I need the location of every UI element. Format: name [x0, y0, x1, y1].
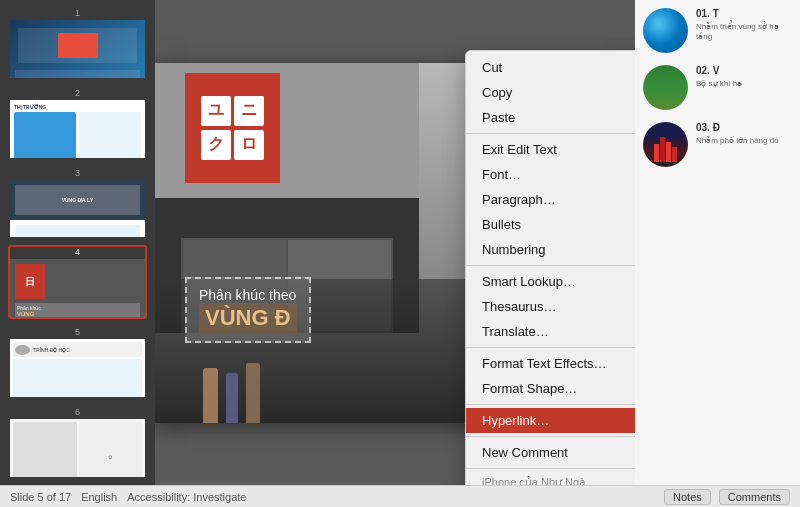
right-item-title-1: 01. T: [696, 8, 792, 19]
right-item-1: 01. T Nhằm triển vùng sở hạ tầng: [643, 8, 792, 53]
menu-sep-3: [466, 347, 635, 348]
slide-thumb-inner-1: [10, 20, 145, 80]
accessibility-status: Accessibility: Investigate: [127, 491, 246, 503]
slide-thumb-6[interactable]: 6 ⚙: [8, 405, 147, 479]
menu-item-paragraph[interactable]: Paragraph… ⌥⌘M: [466, 187, 635, 212]
language-status: English: [81, 491, 117, 503]
menu-section-iphone: iPhone của Như Ngà: [466, 472, 635, 485]
slide-num-1: 1: [10, 8, 145, 18]
main-slide-area: ユ ニ ク ロ: [155, 0, 635, 485]
menu-item-translate-label: Translate…: [482, 324, 635, 339]
right-item-3: 03. Đ Nhằm phố lớn hàng đó: [643, 122, 792, 167]
notes-button[interactable]: Notes: [664, 489, 711, 505]
menu-item-paste-label: Paste: [482, 110, 630, 125]
menu-item-numbering-label: Numbering: [482, 242, 635, 257]
slide-count: Slide 5 of 17: [10, 491, 71, 503]
status-right: Notes Comments: [664, 489, 790, 505]
status-left: Slide 5 of 17 English Accessibility: Inv…: [10, 491, 652, 503]
menu-item-new-comment[interactable]: New Comment ⇧⌘M: [466, 440, 635, 465]
menu-item-paragraph-label: Paragraph…: [482, 192, 615, 207]
menu-item-numbering[interactable]: Numbering ›: [466, 237, 635, 262]
menu-item-format-text[interactable]: Format Text Effects…: [466, 351, 635, 376]
menu-item-font[interactable]: Font… ⌘T: [466, 162, 635, 187]
slide-thumb-4[interactable]: 4 日 Phân khúc VÙNG: [8, 245, 147, 319]
menu-item-format-shape[interactable]: Format Shape… ⌘1: [466, 376, 635, 401]
comments-button[interactable]: Comments: [719, 489, 790, 505]
menu-sep-4: [466, 404, 635, 405]
context-menu: Cut ⌘X Copy ⌘C Paste ⌘V Exit Edit Text F…: [465, 50, 635, 485]
right-item-text-3: 03. Đ Nhằm phố lớn hàng đó: [696, 122, 792, 146]
menu-item-new-comment-label: New Comment: [482, 445, 619, 460]
right-item-2: 02. V Bộ sự khí hạ: [643, 65, 792, 110]
menu-item-exit-edit-label: Exit Edit Text: [482, 142, 635, 157]
menu-item-format-shape-label: Format Shape…: [482, 381, 631, 396]
slide-text-box[interactable]: Phân khúc theo VÙNG Đ: [185, 277, 311, 343]
menu-item-cut-label: Cut: [482, 60, 630, 75]
menu-item-thesaurus-label: Thesaurus…: [482, 299, 624, 314]
right-item-title-2: 02. V: [696, 65, 792, 76]
menu-item-copy[interactable]: Copy ⌘C: [466, 80, 635, 105]
right-item-img-3: [643, 122, 688, 167]
menu-sep-2: [466, 265, 635, 266]
slide-thumb-inner-6: ⚙: [10, 419, 145, 479]
menu-item-exit-edit[interactable]: Exit Edit Text: [466, 137, 635, 162]
menu-item-hyperlink[interactable]: Hyperlink… ⌘K: [466, 408, 635, 433]
menu-item-bullets[interactable]: Bullets ›: [466, 212, 635, 237]
slide-thumb-3[interactable]: 3 VÙNG ĐỊA LÝ: [8, 166, 147, 240]
slide-text-main: Phân khúc theo: [199, 287, 297, 303]
globe-image: [643, 8, 688, 53]
slide-num-2: 2: [10, 88, 145, 98]
menu-item-translate[interactable]: Translate…: [466, 319, 635, 344]
slide-num-3: 3: [10, 168, 145, 178]
right-item-text-1: 01. T Nhằm triển vùng sở hạ tầng: [696, 8, 792, 43]
slide-thumb-inner-3: VÙNG ĐỊA LÝ: [10, 180, 145, 240]
right-panel: 01. T Nhằm triển vùng sở hạ tầng 02. V B…: [635, 0, 800, 485]
menu-item-font-label: Font…: [482, 167, 630, 182]
slide-thumb-inner-5: TRÌNH ĐỘ HỌC: [10, 339, 145, 399]
slide-panel: 1 2 THỊ TRƯỜNG: [0, 0, 155, 485]
slide-thumb-2[interactable]: 2 THỊ TRƯỜNG: [8, 86, 147, 160]
slide-num-6: 6: [10, 407, 145, 417]
slide-thumb-inner-4: 日 Phân khúc VÙNG: [10, 259, 145, 319]
right-item-img-2: [643, 65, 688, 110]
slide-thumb-1[interactable]: 1: [8, 6, 147, 80]
menu-item-thesaurus[interactable]: Thesaurus… ^⌘R: [466, 294, 635, 319]
menu-sep-6: [466, 468, 635, 469]
menu-item-bullets-label: Bullets: [482, 217, 635, 232]
right-item-desc-2: Bộ sự khí hạ: [696, 79, 792, 89]
right-item-desc-1: Nhằm triển vùng sở hạ tầng: [696, 22, 792, 43]
menu-item-cut[interactable]: Cut ⌘X: [466, 55, 635, 80]
menu-item-copy-label: Copy: [482, 85, 629, 100]
slide-thumb-inner-2: THỊ TRƯỜNG: [10, 100, 145, 160]
right-item-text-2: 02. V Bộ sự khí hạ: [696, 65, 792, 89]
app-container: 1 2 THỊ TRƯỜNG: [0, 0, 800, 485]
slide-text-sub: VÙNG Đ: [199, 303, 297, 333]
slide-num-5: 5: [10, 327, 145, 337]
menu-item-format-text-label: Format Text Effects…: [482, 356, 635, 371]
menu-item-hyperlink-label: Hyperlink…: [482, 413, 630, 428]
city-image: [643, 122, 688, 167]
right-item-img-1: [643, 8, 688, 53]
slide-num-4: 4: [10, 247, 145, 257]
status-bar: Slide 5 of 17 English Accessibility: Inv…: [0, 485, 800, 507]
menu-item-smart-lookup-label: Smart Lookup…: [482, 274, 622, 289]
right-item-title-3: 03. Đ: [696, 122, 792, 133]
right-item-desc-3: Nhằm phố lớn hàng đó: [696, 136, 792, 146]
menu-sep-1: [466, 133, 635, 134]
menu-item-smart-lookup[interactable]: Smart Lookup… ⇧⌘L: [466, 269, 635, 294]
menu-item-paste[interactable]: Paste ⌘V: [466, 105, 635, 130]
menu-sep-5: [466, 436, 635, 437]
forest-image: [643, 65, 688, 110]
slide-thumb-5[interactable]: 5 TRÌNH ĐỘ HỌC: [8, 325, 147, 399]
